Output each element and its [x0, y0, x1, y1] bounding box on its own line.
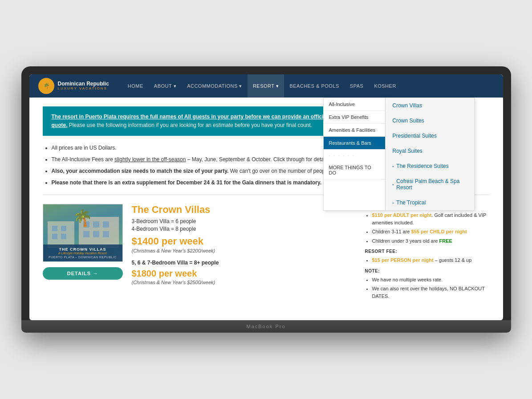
note-item-2: We can also rent over the holidays, NO B…	[372, 285, 490, 300]
svg-rect-13	[103, 231, 109, 237]
bullet-icon: •	[393, 164, 394, 168]
dropdown-cofresi[interactable]: • Cofresi Palm Beach & Spa Resort	[386, 174, 474, 195]
logo-icon: 🌴	[38, 78, 54, 94]
property-image: 🌴 THE CROWN VILLAS A Lifestyle Holiday V…	[43, 204, 123, 262]
svg-text:🌴: 🌴	[43, 82, 49, 89]
price-1-holiday: (Christmas & New Year's $2200/week)	[132, 248, 347, 253]
resort-fee-list: $15 per PERSON per night – guests 12 & u…	[365, 256, 490, 264]
nav-kosher[interactable]: KOSHER	[369, 74, 401, 98]
cofresi-label: Cofresi Palm Beach & Spa Resort	[396, 178, 467, 191]
royal-suites-label: Royal Suites	[393, 148, 422, 154]
notice-text: The resort in Puerto Plata requires the …	[52, 114, 328, 128]
svg-rect-6	[61, 234, 66, 239]
dropdown-royal-suites[interactable]: Royal Suites	[386, 143, 474, 159]
dropdown-crown-villas[interactable]: Crown Villas	[386, 98, 474, 113]
svg-rect-4	[61, 226, 66, 231]
logo-text: Dominican Republic LUXURY VACATIONS	[58, 81, 109, 91]
laptop-container: 🌴 Dominican Republic LUXURY VACATIONS HO…	[21, 66, 511, 333]
dropdown-restaurants[interactable]: Restaurants & Bars	[324, 137, 385, 150]
property-image-column: 🌴 THE CROWN VILLAS A Lifestyle Holiday V…	[43, 204, 123, 304]
details-button[interactable]: DETAILS →	[43, 267, 123, 280]
price-2: $1800 per week	[132, 269, 347, 279]
dropdown-tropical[interactable]: • The Tropical	[386, 195, 474, 210]
svg-rect-12	[93, 231, 99, 237]
note-item-1: We have no multiple weeks rate.	[372, 276, 490, 284]
resort-fee-item: $15 per PERSON per night – guests 12 & u…	[372, 256, 490, 264]
property-img-overlay: THE CROWN VILLAS A Lifestyle Holiday Vac…	[43, 244, 122, 261]
bullet-icon-2: •	[393, 183, 394, 187]
fee-item-adult: $110 per ADULT per night. Golf cart incl…	[372, 212, 490, 226]
property-fees-column: ALL-INCLUSIVE FEE: $110 per ADULT per ni…	[365, 204, 490, 304]
room-type-2: 4-Bedroom Villa = 8 people	[132, 226, 347, 232]
price-2-holiday: (Christmas & New Year's $2500/week)	[132, 280, 347, 285]
logo-area[interactable]: 🌴 Dominican Republic LUXURY VACATIONS	[38, 78, 109, 94]
dropdown-right-panel: Crown Villas Crown Suites Presidential S…	[386, 98, 475, 211]
dropdown-amenities[interactable]: Amenities & Facilities	[324, 124, 385, 137]
fee-item-child: Children 3-11 are $55 per CHILD per nigh…	[372, 228, 490, 236]
notice-box: The resort in Puerto Plata requires the …	[43, 106, 347, 136]
room-type-villa-large: 5, 6 & 7-Bedroom Villa = 8+ people	[132, 260, 347, 266]
dropdown-crown-suites[interactable]: Crown Suites	[386, 113, 474, 128]
note-title: NOTE:	[365, 269, 490, 273]
dropdown-vip-benefits[interactable]: Extra VIP Benefits	[324, 111, 385, 124]
nav-links: HOME ABOUT ▾ ACCOMMODATIONS ▾ RESORT ▾ B…	[122, 74, 494, 98]
nav-about[interactable]: ABOUT ▾	[149, 74, 182, 98]
presidential-suites-label: Presidential Suites	[393, 133, 437, 139]
nav-spas[interactable]: SPAS	[345, 74, 369, 98]
crown-villas-label: Crown Villas	[393, 102, 422, 109]
svg-rect-5	[52, 234, 57, 239]
resort-fee-title: RESORT FEE:	[365, 249, 490, 254]
navbar: 🌴 Dominican Republic LUXURY VACATIONS HO…	[29, 74, 503, 98]
svg-rect-9	[93, 221, 99, 228]
all-inclusive-fee-list: $110 per ADULT per night. Golf cart incl…	[365, 212, 490, 244]
nav-home[interactable]: HOME	[122, 74, 149, 98]
resort-dropdown: All-Inclusive Extra VIP Benefits Ameniti…	[323, 98, 475, 211]
tropical-label: The Tropical	[396, 200, 426, 206]
laptop-base: MacBook Pro	[21, 320, 511, 333]
dropdown-dots: · · · · · ·	[324, 150, 385, 161]
dropdown-left-panel: All-Inclusive Extra VIP Benefits Ameniti…	[323, 98, 386, 211]
crown-suites-label: Crown Suites	[393, 118, 424, 124]
macbook-label: MacBook Pro	[246, 324, 285, 329]
laptop-screen: 🌴 Dominican Republic LUXURY VACATIONS HO…	[29, 74, 503, 320]
dropdown-more-things[interactable]: MORE THINGS TO DO	[324, 161, 385, 179]
svg-rect-3	[52, 226, 57, 231]
residence-suites-label: The Residence Suites	[396, 163, 448, 169]
bullet-icon-3: •	[393, 201, 394, 205]
fee-item-under3: Children under 3 years old are FREE	[372, 237, 490, 245]
nav-accommodations[interactable]: ACCOMMODATIONS ▾	[182, 74, 248, 98]
svg-rect-11	[83, 231, 89, 237]
dropdown-presidential-suites[interactable]: Presidential Suites	[386, 128, 474, 143]
dropdown-residence-suites[interactable]: • The Residence Suites	[386, 159, 474, 174]
price-1: $1400 per week	[132, 236, 347, 247]
property-title: The Crown Villas	[132, 204, 347, 216]
svg-rect-10	[103, 221, 109, 228]
note-list: We have no multiple weeks rate. We can a…	[365, 276, 490, 300]
nav-beaches[interactable]: BEACHES & POOLS	[284, 74, 344, 98]
property-details-middle: The Crown Villas 3-Bedroom Villa = 6 peo…	[132, 204, 356, 304]
property-section: 🌴 THE CROWN VILLAS A Lifestyle Holiday V…	[43, 204, 490, 304]
room-type-1: 3-Bedroom Villa = 6 people	[132, 218, 347, 224]
dropdown-all-inclusive[interactable]: All-Inclusive	[324, 98, 385, 111]
nav-resort[interactable]: RESORT ▾	[248, 74, 284, 98]
